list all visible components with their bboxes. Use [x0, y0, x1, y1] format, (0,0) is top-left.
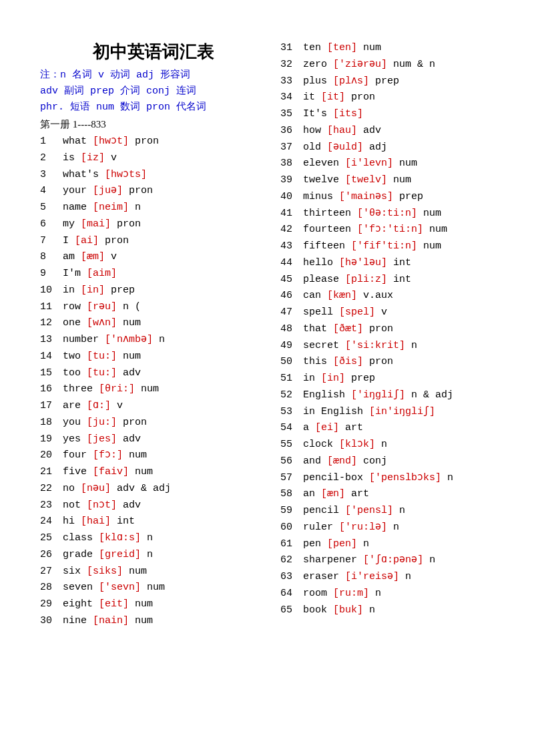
entry-word: is — [63, 152, 81, 164]
entry-content: three [θri:] num — [63, 381, 159, 398]
entry-word: eraser — [303, 571, 345, 582]
entry-content: you [ju:] pron — [63, 415, 147, 431]
entry-ipa: [hai] — [81, 516, 111, 527]
entry-content: can [kæn] v.aux — [303, 288, 393, 305]
entry-number: 58 — [280, 486, 303, 503]
left-entry: 20four [fɔ:] num — [40, 447, 267, 464]
entry-number: 35 — [280, 106, 303, 123]
entry-pos: prep — [345, 373, 375, 384]
entry-pos: num — [117, 351, 141, 362]
entry-number: 45 — [280, 272, 303, 289]
entry-content: my [mai] pron — [63, 216, 141, 233]
left-entry: 24hi [hai] int — [40, 514, 267, 530]
entry-number: 31 — [280, 40, 303, 57]
entry-ipa: [pli:z] — [345, 274, 387, 285]
entry-content: sharpener ['ʃɑ:pənə] n — [303, 552, 435, 569]
left-entry: 18you [ju:] pron — [40, 415, 267, 431]
entry-pos: pron — [345, 91, 375, 103]
entry-content: this [ðis] pron — [303, 354, 393, 371]
entry-word: that — [303, 323, 333, 335]
entry-pos: n — [405, 340, 417, 351]
entry-number: 42 — [280, 222, 303, 238]
entry-number: 7 — [40, 233, 63, 250]
entry-word: nine — [63, 615, 93, 626]
left-entry: 30nine [nain] num — [40, 613, 267, 630]
right-entry: 60ruler ['ru:lə] n — [280, 520, 507, 536]
entry-ipa: ['nʌmbə] — [105, 334, 153, 345]
entry-ipa: [nəu] — [81, 483, 111, 494]
entry-content: name [neim] n — [63, 200, 141, 216]
entry-word: English — [303, 389, 351, 401]
entry-ipa: [ai] — [75, 235, 99, 246]
entry-number: 4 — [40, 183, 63, 200]
entry-content: grade [greid] n — [63, 547, 153, 564]
entry-word: minus — [303, 191, 339, 202]
left-entry: 19yes [jes] adv — [40, 431, 267, 448]
entry-content: secret ['si:krit] n — [303, 338, 417, 355]
entry-number: 18 — [40, 415, 63, 431]
entry-number: 19 — [40, 431, 63, 448]
entry-pos: num — [417, 240, 441, 252]
entry-ipa: [juə] — [93, 185, 123, 196]
entry-number: 16 — [40, 381, 63, 398]
entry-number: 28 — [40, 580, 63, 596]
entry-number: 40 — [280, 189, 303, 206]
entry-word: six — [63, 566, 87, 577]
entry-word: eight — [63, 598, 99, 610]
right-entry: 32zero ['ziərəu] num & n — [280, 57, 507, 73]
entry-content: class [klɑ:s] n — [63, 530, 153, 547]
entry-number: 3 — [40, 167, 63, 184]
entry-pos: v — [105, 152, 117, 164]
entry-ipa: ['ʃɑ:pənə] — [363, 554, 423, 566]
entry-pos: n — [357, 538, 369, 550]
right-entry: 61pen [pen] n — [280, 536, 507, 553]
right-entry: 45please [pli:z] int — [280, 272, 507, 289]
entry-content: yes [jes] adv — [63, 431, 141, 448]
entry-ipa: [eit] — [99, 598, 129, 610]
entry-word: hi — [63, 516, 81, 527]
entry-pos: n — [141, 549, 153, 560]
entry-ipa: [hwɔts] — [105, 169, 147, 180]
entry-number: 15 — [40, 365, 63, 382]
entry-pos: pron — [117, 417, 147, 428]
entry-pos: num — [141, 582, 165, 593]
entry-content: not [nɔt] adv — [63, 498, 141, 514]
entry-content: your [juə] pron — [63, 183, 153, 200]
right-entry: 51in [in] prep — [280, 371, 507, 387]
entry-ipa: ['sevn] — [99, 582, 141, 593]
entry-content: ten [ten] num — [303, 40, 381, 57]
entry-ipa: [ru:m] — [333, 588, 369, 599]
entry-ipa: [aim] — [87, 268, 117, 279]
entry-content: pen [pen] n — [303, 536, 369, 553]
entry-word: it — [303, 91, 321, 103]
entry-pos: pron — [99, 235, 129, 246]
entry-word: seven — [63, 582, 99, 593]
entry-word: eleven — [303, 158, 345, 169]
entry-word: in English — [303, 406, 369, 417]
entry-word: pencil — [303, 505, 345, 516]
entry-number: 29 — [40, 596, 63, 613]
entry-number: 44 — [280, 255, 303, 272]
right-entry: 58an [æn] art — [280, 486, 507, 503]
entry-number: 50 — [280, 354, 303, 371]
entry-number: 60 — [280, 520, 303, 536]
left-entry: 4your [juə] pron — [40, 183, 267, 200]
entry-pos: num & n — [387, 59, 435, 70]
entry-content: in English [in'iŋgliʃ] — [303, 404, 435, 421]
entry-number: 5 — [40, 200, 63, 216]
entry-ipa: [twelv] — [345, 174, 387, 186]
entry-pos: int — [387, 274, 411, 285]
entry-content: It's [its] — [303, 106, 363, 123]
entry-ipa: [hau] — [327, 125, 357, 136]
entry-word: It's — [303, 108, 333, 120]
entry-content: ruler ['ru:lə] n — [303, 520, 399, 536]
entry-pos: num — [123, 566, 147, 577]
entry-word: I — [63, 235, 75, 246]
entry-ipa: ['mainəs] — [339, 191, 393, 202]
entry-number: 55 — [280, 437, 303, 453]
entry-number: 39 — [280, 172, 303, 189]
entry-content: fifteen ['fif'ti:n] num — [303, 238, 441, 255]
right-entry: 43fifteen ['fif'ti:n] num — [280, 238, 507, 255]
right-entry: 36how [hau] adv — [280, 123, 507, 140]
entry-content: please [pli:z] int — [303, 272, 411, 289]
